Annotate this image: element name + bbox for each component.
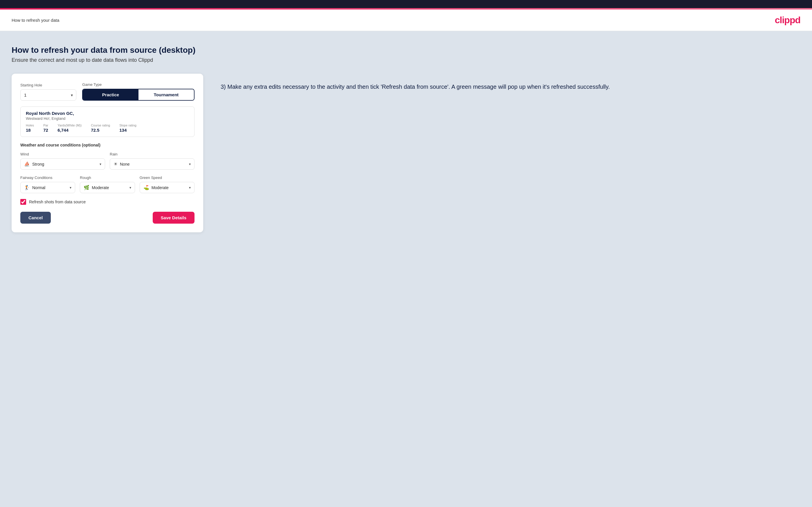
rain-label: Rain xyxy=(110,152,195,156)
course-rating-label: Course rating xyxy=(91,123,110,127)
starting-hole-label: Starting Hole xyxy=(20,83,77,87)
refresh-checkbox-label: Refresh shots from data source xyxy=(29,200,86,204)
logo: clippd xyxy=(775,15,800,25)
game-type-label: Game Type xyxy=(82,82,195,87)
page-subheading: Ensure the correct and most up to date d… xyxy=(12,57,800,63)
rain-field: Rain ☀ None ▾ xyxy=(110,152,195,170)
wind-icon: ⛵ xyxy=(24,161,30,167)
holes-stat: Holes 18 xyxy=(26,123,34,132)
cancel-button[interactable]: Cancel xyxy=(20,212,51,224)
course-stats: Holes 18 Par 72 Yards(White (M)) 6,744 C… xyxy=(26,123,189,132)
game-type-field: Game Type Practice Tournament xyxy=(82,82,195,101)
course-rating-stat: Course rating 72.5 xyxy=(91,123,110,132)
rough-icon: 🌿 xyxy=(84,185,89,190)
yards-value: 6,744 xyxy=(57,128,82,132)
wind-label: Wind xyxy=(20,152,105,156)
green-speed-select[interactable]: ⛳ Moderate ▾ xyxy=(140,182,195,193)
green-speed-caret-icon: ▾ xyxy=(189,186,191,190)
par-value: 72 xyxy=(43,128,48,132)
save-button[interactable]: Save Details xyxy=(153,212,195,224)
header: How to refresh your data clippd xyxy=(0,10,812,31)
rough-select[interactable]: 🌿 Moderate ▾ xyxy=(80,182,135,193)
fairway-value: Normal xyxy=(32,185,70,190)
fairway-select[interactable]: 🏌 Normal ▾ xyxy=(20,182,75,193)
par-label: Par xyxy=(43,123,48,127)
slope-rating-stat: Slope rating 134 xyxy=(119,123,137,132)
green-speed-field: Green Speed ⛳ Moderate ▾ xyxy=(140,175,195,193)
wind-caret-icon: ▾ xyxy=(100,162,101,166)
course-info-box: Royal North Devon GC, Westward Ho!, Engl… xyxy=(20,106,195,137)
fairway-label: Fairway Conditions xyxy=(20,175,75,180)
conditions-row-2: Fairway Conditions 🏌 Normal ▾ Rough 🌿 Mo… xyxy=(20,175,195,193)
course-name: Royal North Devon GC, xyxy=(26,111,189,116)
refresh-checkbox[interactable] xyxy=(20,199,26,205)
header-title: How to refresh your data xyxy=(12,18,59,22)
rain-value: None xyxy=(120,162,189,167)
practice-button[interactable]: Practice xyxy=(83,89,138,100)
button-row: Cancel Save Details xyxy=(20,212,195,224)
wind-value: Strong xyxy=(32,162,100,167)
form-panel: Starting Hole 1 ▾ Game Type Practice Tou… xyxy=(12,74,203,232)
green-speed-value: Moderate xyxy=(152,185,189,190)
starting-hole-select[interactable]: 1 xyxy=(20,89,77,101)
page-heading: How to refresh your data from source (de… xyxy=(12,46,800,55)
slope-rating-label: Slope rating xyxy=(119,123,137,127)
starting-hole-select-wrapper: 1 ▾ xyxy=(20,89,77,101)
rain-caret-icon: ▾ xyxy=(189,162,191,166)
yards-stat: Yards(White (M)) 6,744 xyxy=(57,123,82,132)
refresh-checkbox-row: Refresh shots from data source xyxy=(20,199,195,205)
green-speed-icon: ⛳ xyxy=(143,185,149,190)
fairway-field: Fairway Conditions 🏌 Normal ▾ xyxy=(20,175,75,193)
par-stat: Par 72 xyxy=(43,123,48,132)
course-rating-value: 72.5 xyxy=(91,128,110,132)
side-description: 3) Make any extra edits necessary to the… xyxy=(221,82,800,91)
top-bar xyxy=(0,0,812,8)
slope-rating-value: 134 xyxy=(119,128,137,132)
rough-value: Moderate xyxy=(92,185,129,190)
fairway-icon: 🏌 xyxy=(24,185,30,190)
side-panel: 3) Make any extra edits necessary to the… xyxy=(221,74,800,91)
holes-value: 18 xyxy=(26,128,34,132)
holes-label: Holes xyxy=(26,123,34,127)
wind-select[interactable]: ⛵ Strong ▾ xyxy=(20,158,105,170)
course-location: Westward Ho!, England xyxy=(26,116,189,121)
rain-icon: ☀ xyxy=(113,161,117,167)
game-type-group: Practice Tournament xyxy=(82,89,195,101)
wind-field: Wind ⛵ Strong ▾ xyxy=(20,152,105,170)
rough-caret-icon: ▾ xyxy=(130,186,131,190)
rough-field: Rough 🌿 Moderate ▾ xyxy=(80,175,135,193)
fairway-caret-icon: ▾ xyxy=(70,186,71,190)
rough-label: Rough xyxy=(80,175,135,180)
rain-select[interactable]: ☀ None ▾ xyxy=(110,158,195,170)
conditions-title: Weather and course conditions (optional) xyxy=(20,143,195,147)
wind-rain-row: Wind ⛵ Strong ▾ Rain ☀ None ▾ xyxy=(20,152,195,170)
starting-hole-field: Starting Hole 1 ▾ xyxy=(20,83,77,101)
top-fields-row: Starting Hole 1 ▾ Game Type Practice Tou… xyxy=(20,82,195,101)
main-content: How to refresh your data from source (de… xyxy=(0,31,812,506)
content-row: Starting Hole 1 ▾ Game Type Practice Tou… xyxy=(12,74,800,232)
yards-label: Yards(White (M)) xyxy=(57,123,82,127)
tournament-button[interactable]: Tournament xyxy=(139,89,194,100)
green-speed-label: Green Speed xyxy=(140,175,195,180)
